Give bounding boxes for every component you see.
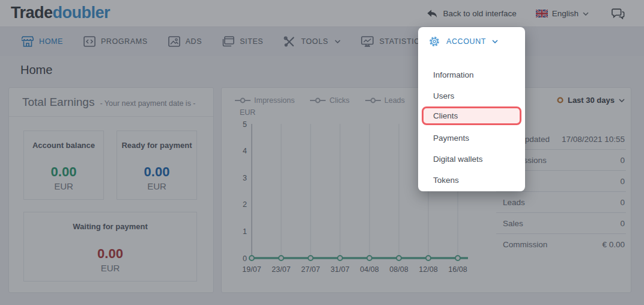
account-dropdown: ACCOUNT Information Users Clients Paymen…	[418, 27, 525, 191]
modal-dim-overlay[interactable]	[0, 0, 644, 305]
menu-item-digital-wallets[interactable]: Digital wallets	[418, 149, 525, 170]
account-menu: Information Users Clients Payments Digit…	[418, 64, 525, 191]
tradedoubler-dashboard: Tradedoubler Back to old interface Engli…	[0, 0, 644, 305]
account-gear-icon	[428, 35, 440, 48]
menu-item-clients[interactable]: Clients	[422, 106, 521, 125]
chevron-down-icon	[492, 40, 498, 43]
menu-item-payments[interactable]: Payments	[418, 128, 525, 149]
nav-label-account: ACCOUNT	[446, 37, 486, 46]
menu-item-tokens[interactable]: Tokens	[418, 170, 525, 191]
menu-item-users[interactable]: Users	[418, 85, 525, 106]
nav-item-account[interactable]: ACCOUNT	[418, 27, 525, 56]
menu-item-information[interactable]: Information	[418, 64, 525, 85]
